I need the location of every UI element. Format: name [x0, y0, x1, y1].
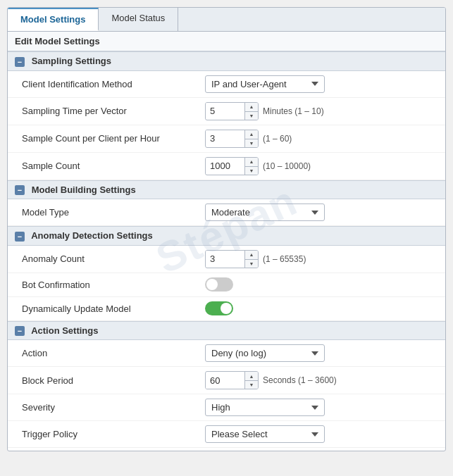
label-sample-count-per-client: Sample Count per Client per Hour: [22, 133, 205, 144]
section-sampling-title[interactable]: − Sampling Settings: [8, 51, 445, 71]
spinner-down-anomaly-count[interactable]: ▼: [245, 259, 258, 268]
spinner-anomaly-count: ▲ ▼: [205, 250, 259, 268]
toggle-bot-confirmation[interactable]: [205, 277, 233, 292]
input-anomaly-count[interactable]: [206, 251, 244, 267]
row-dynamically-update: Dynamically Update Model: [8, 297, 445, 321]
control-severity: High Medium Low: [205, 399, 438, 416]
spinner-btns-sample-count: ▲ ▼: [244, 158, 258, 175]
control-client-id-method: IP and User-Agent IP Only User-Agent Onl…: [205, 75, 438, 93]
label-block-period: Block Period: [22, 375, 205, 386]
tab-model-settings[interactable]: Model Settings: [8, 8, 99, 31]
label-client-id-method: Client Identification Method: [22, 79, 205, 89]
collapse-icon-action: −: [15, 326, 25, 336]
row-trigger-policy: Trigger Policy Please Select: [8, 421, 445, 448]
label-model-type: Model Type: [22, 207, 205, 218]
select-trigger-policy[interactable]: Please Select: [205, 425, 325, 443]
label-bot-confirmation: Bot Confirmation: [22, 280, 205, 290]
control-trigger-policy: Please Select: [205, 425, 438, 443]
label-dynamically-update: Dynamically Update Model: [22, 303, 205, 314]
collapse-icon-anomaly: −: [15, 232, 25, 242]
section-anomaly-title[interactable]: − Anomaly Detection Settings: [8, 226, 445, 246]
row-severity: Severity High Medium Low: [8, 394, 445, 421]
spinner-down-sample-count[interactable]: ▼: [245, 166, 258, 175]
input-block-period[interactable]: [206, 372, 244, 389]
row-action: Action Deny (no log) Deny (log) Allow: [8, 340, 445, 367]
spinner-btns-block-period: ▲ ▼: [244, 372, 258, 389]
row-sampling-time: Sampling Time per Vector ▲ ▼ Minutes (1 …: [8, 98, 445, 125]
tab-model-status[interactable]: Model Status: [99, 8, 178, 31]
collapse-icon-model: −: [15, 185, 25, 195]
spinner-up-sample-count-per-client[interactable]: ▲: [245, 130, 258, 139]
toggle-slider-bot-confirmation: [205, 277, 233, 292]
label-trigger-policy: Trigger Policy: [22, 429, 205, 439]
collapse-icon: −: [15, 57, 25, 67]
hint-sampling-time: Minutes (1 – 10): [263, 106, 324, 116]
control-dynamically-update: [205, 301, 438, 315]
spinner-sample-count: ▲ ▼: [205, 157, 259, 175]
spinner-btns-sample-count-per-client: ▲ ▼: [244, 130, 258, 147]
row-sample-count: Sample Count ▲ ▼ (10 – 10000): [8, 153, 445, 180]
label-anomaly-count: Anomaly Count: [22, 253, 205, 264]
tab-bar: Model Settings Model Status: [8, 8, 445, 32]
control-block-period: ▲ ▼ Seconds (1 – 3600): [205, 371, 438, 389]
settings-body: − Sampling Settings Client Identificatio…: [8, 51, 445, 451]
spinner-up-block-period[interactable]: ▲: [245, 372, 258, 380]
section-action-title[interactable]: − Action Settings: [8, 321, 445, 341]
select-severity[interactable]: High Medium Low: [205, 399, 325, 416]
hint-sample-count-per-client: (1 – 60): [263, 134, 292, 144]
select-client-id-method[interactable]: IP and User-Agent IP Only User-Agent Onl…: [205, 75, 325, 93]
spinner-sample-count-per-client: ▲ ▼: [205, 130, 259, 148]
control-sampling-time: ▲ ▼ Minutes (1 – 10): [205, 102, 438, 120]
control-sample-count-per-client: ▲ ▼ (1 – 60): [205, 130, 438, 148]
input-sample-count-per-client[interactable]: [206, 130, 244, 146]
spinner-btns-anomaly-count: ▲ ▼: [244, 251, 258, 268]
control-sample-count: ▲ ▼ (10 – 10000): [205, 157, 438, 175]
spinner-sampling-time: ▲ ▼: [205, 102, 259, 120]
toggle-dynamically-update[interactable]: [205, 301, 233, 315]
row-anomaly-count: Anomaly Count ▲ ▼ (1 – 65535): [8, 246, 445, 273]
toggle-slider-dynamically-update: [205, 301, 233, 315]
control-bot-confirmation: [205, 277, 438, 292]
row-client-id-method: Client Identification Method IP and User…: [8, 71, 445, 98]
spinner-up-anomaly-count[interactable]: ▲: [245, 251, 258, 259]
spinner-down-block-period[interactable]: ▼: [245, 380, 258, 389]
control-action: Deny (no log) Deny (log) Allow: [205, 344, 438, 362]
input-sampling-time[interactable]: [206, 103, 244, 119]
hint-anomaly-count: (1 – 65535): [263, 254, 306, 264]
label-action: Action: [22, 348, 205, 358]
label-sample-count: Sample Count: [22, 161, 205, 171]
main-panel: Model Settings Model Status Edit Model S…: [7, 7, 446, 451]
section-model-building-title[interactable]: − Model Building Settings: [8, 180, 445, 200]
row-bot-confirmation: Bot Confirmation: [8, 273, 445, 297]
control-model-type: Moderate Aggressive Conservative: [205, 203, 438, 221]
select-action[interactable]: Deny (no log) Deny (log) Allow: [205, 344, 325, 362]
row-block-period: Block Period ▲ ▼ Seconds (1 – 3600): [8, 367, 445, 394]
control-anomaly-count: ▲ ▼ (1 – 65535): [205, 250, 438, 268]
row-sample-count-per-client: Sample Count per Client per Hour ▲ ▼ (1 …: [8, 125, 445, 153]
spinner-down-sample-count-per-client[interactable]: ▼: [245, 139, 258, 147]
spinner-block-period: ▲ ▼: [205, 371, 259, 389]
label-sampling-time: Sampling Time per Vector: [22, 106, 205, 116]
hint-block-period: Seconds (1 – 3600): [263, 375, 337, 385]
label-severity: Severity: [22, 402, 205, 413]
hint-sample-count: (10 – 10000): [263, 161, 311, 171]
spinner-up-sample-count[interactable]: ▲: [245, 158, 258, 166]
row-model-type: Model Type Moderate Aggressive Conservat…: [8, 199, 445, 226]
edit-header: Edit Model Settings: [8, 32, 445, 51]
select-model-type[interactable]: Moderate Aggressive Conservative: [205, 203, 325, 221]
spinner-down-sampling-time[interactable]: ▼: [245, 111, 258, 120]
spinner-up-sampling-time[interactable]: ▲: [245, 103, 258, 111]
spinner-btns-sampling-time: ▲ ▼: [244, 103, 258, 120]
input-sample-count[interactable]: [206, 158, 244, 174]
